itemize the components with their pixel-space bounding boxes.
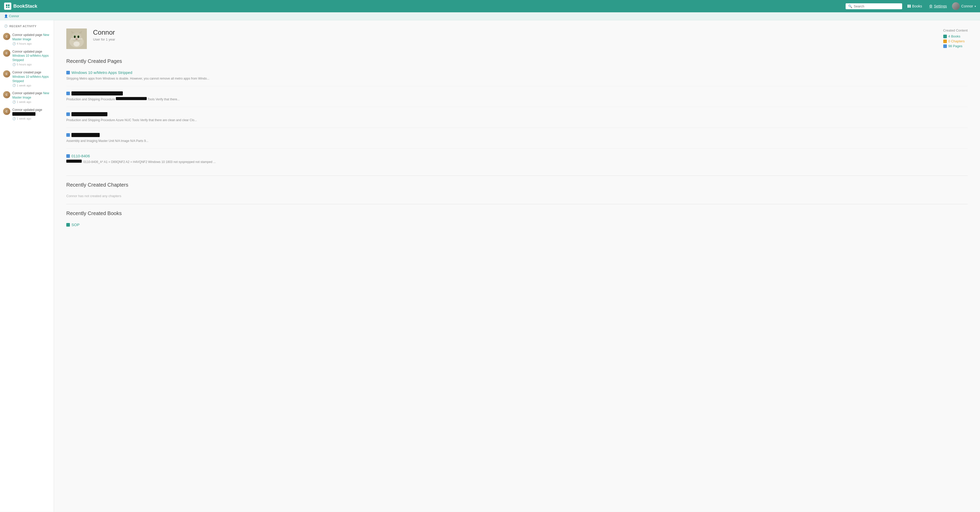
activity-action: created page (23, 71, 41, 74)
page-link[interactable] (66, 91, 968, 95)
settings-nav-link[interactable]: ⚙ Settings (927, 4, 949, 8)
avatar: C (3, 91, 10, 98)
page-icon (66, 71, 70, 75)
page-description: Production and Shipping Procedure Azure … (66, 118, 968, 122)
avatar: C (3, 49, 10, 57)
page-link[interactable] (66, 133, 968, 137)
redacted-title (72, 112, 107, 116)
page-title: 0110-8406 (72, 154, 90, 158)
page-link[interactable]: Windows 10 w/Metro Apps Stripped (66, 70, 968, 75)
svg-rect-0 (6, 4, 8, 6)
activity-page-link[interactable]: Windows 10 w/Metro Apps Stripped (12, 54, 49, 62)
chevron-down-icon: ▾ (975, 5, 976, 8)
recently-created-pages-section: Recently Created Pages Windows 10 w/Metr… (66, 58, 968, 170)
empty-chapters-text: Connor has not created any chapters (66, 194, 968, 198)
stat-books: 4 Books (943, 34, 968, 38)
activity-item: C Connor updated page New Master Image 🕐… (0, 31, 54, 48)
breadcrumb-label: Connor (9, 14, 19, 18)
sidebar: 🕐 Recent Activity C Connor updated page … (0, 20, 54, 512)
activity-time: 🕐 4 hours ago (12, 42, 51, 46)
page-item: Production and Shipping Procedure Tools … (66, 91, 968, 107)
activity-user: Connor (12, 33, 23, 37)
pages-stat-link[interactable]: 98 Pages (948, 44, 963, 48)
sidebar-header: 🕐 Recent Activity (0, 24, 54, 31)
book-link[interactable]: SOP (66, 222, 968, 227)
books-nav-link[interactable]: Books (905, 4, 924, 8)
svg-point-13 (74, 36, 75, 38)
profile-info: Connor User for 1 year (93, 29, 937, 41)
page-link[interactable] (66, 112, 968, 116)
books-stat-link[interactable]: 4 Books (948, 34, 961, 38)
book-stat-icon (943, 35, 947, 38)
activity-content: Connor updated page Windows 10 w/Metro A… (12, 49, 51, 66)
recently-created-books-section: Recently Created Books SOP (66, 211, 968, 233)
avatar: C (3, 70, 10, 78)
stat-pages: 98 Pages (943, 44, 968, 48)
page-icon (66, 113, 70, 116)
redacted-text (66, 160, 82, 163)
activity-content: Connor updated page New Master Image 🕐 4… (12, 33, 51, 46)
user-name: Connor (961, 4, 973, 8)
user-nav[interactable]: Connor ▾ (952, 2, 976, 10)
recently-created-chapters-section: Recently Created Chapters Connor has not… (66, 182, 968, 198)
svg-rect-2 (6, 7, 8, 8)
search-icon: 🔍 (848, 4, 852, 8)
main-layout: 🕐 Recent Activity C Connor updated page … (0, 20, 980, 512)
books-label: Books (912, 4, 922, 8)
created-content: Created Content 4 Books 0 Chapters 98 Pa… (943, 29, 968, 49)
page-stat-icon (943, 44, 947, 48)
page-description: 0110-8406_A* A1 = D89QNF2 A2 = H4VQNF2 W… (66, 160, 968, 164)
activity-action: updated page (23, 108, 42, 112)
activity-item: C Connor created page Windows 10 w/Metro… (0, 68, 54, 89)
breadcrumb: 👤 Connor (0, 12, 980, 20)
app-logo[interactable]: BookStack (4, 3, 37, 10)
activity-item: C Connor updated page 🕐 1 week ago (0, 106, 54, 122)
app-name: BookStack (13, 3, 37, 9)
page-item: 0110-8406 0110-8406_A* A1 = D89QNF2 A2 =… (66, 154, 968, 170)
activity-time: 🕐 1 week ago (12, 100, 51, 104)
profile-photo (66, 29, 87, 49)
recent-activity-label: Recent Activity (10, 25, 37, 28)
time-icon: 🕐 (12, 84, 16, 87)
svg-rect-3 (8, 7, 10, 8)
page-link[interactable]: 0110-8406 (66, 154, 968, 158)
activity-user: Connor (12, 71, 23, 74)
activity-content: Connor created page Windows 10 w/Metro A… (12, 70, 51, 87)
activity-text: Connor updated page (12, 108, 51, 117)
page-description: Stripping Metro apps from Windows is doa… (66, 76, 968, 81)
breadcrumb-person-icon: 👤 (4, 14, 8, 18)
activity-time: 🕐 5 hours ago (12, 63, 51, 66)
page-title: Windows 10 w/Metro Apps Stripped (72, 70, 132, 75)
recently-created-chapters-title: Recently Created Chapters (66, 182, 968, 190)
search-bar[interactable]: 🔍 (846, 3, 902, 9)
page-icon (66, 154, 70, 158)
page-item: Windows 10 w/Metro Apps Stripped Strippi… (66, 70, 968, 86)
time-icon: 🕐 (12, 63, 16, 66)
gear-icon: ⚙ (929, 4, 932, 8)
page-description: Production and Shipping Procedure Tools … (66, 97, 968, 101)
section-divider (66, 176, 968, 176)
profile-subtitle: User for 1 year (93, 38, 937, 41)
search-input[interactable] (854, 4, 900, 8)
top-navigation: BookStack 🔍 Books ⚙ Settings Connor ▾ (0, 0, 980, 12)
activity-text: Connor updated page Windows 10 w/Metro A… (12, 49, 51, 62)
activity-time: 🕐 1 week ago (12, 84, 51, 87)
redacted-text (12, 112, 35, 116)
page-icon (66, 92, 70, 95)
activity-page-link[interactable]: Windows 10 w/Metro Apps Stripped (12, 75, 49, 83)
time-icon: 🕐 (12, 100, 16, 104)
activity-user: Connor (12, 50, 23, 53)
svg-rect-4 (908, 5, 909, 8)
stat-chapters: 0 Chapters (943, 39, 968, 43)
page-item: Assembly and Imaging Master Unit N/A Ima… (66, 133, 968, 149)
svg-rect-1 (8, 4, 10, 6)
activity-content: Connor updated page New Master Image 🕐 1… (12, 91, 51, 104)
time-label: 4 hours ago (17, 42, 32, 45)
avatar (952, 2, 960, 10)
time-icon: 🕐 (12, 117, 16, 120)
redacted-title (72, 133, 100, 137)
time-label: 1 week ago (17, 117, 31, 120)
settings-label: Settings (934, 4, 947, 8)
chapters-stat-link[interactable]: 0 Chapters (948, 39, 965, 43)
chapter-stat-icon (943, 40, 947, 43)
